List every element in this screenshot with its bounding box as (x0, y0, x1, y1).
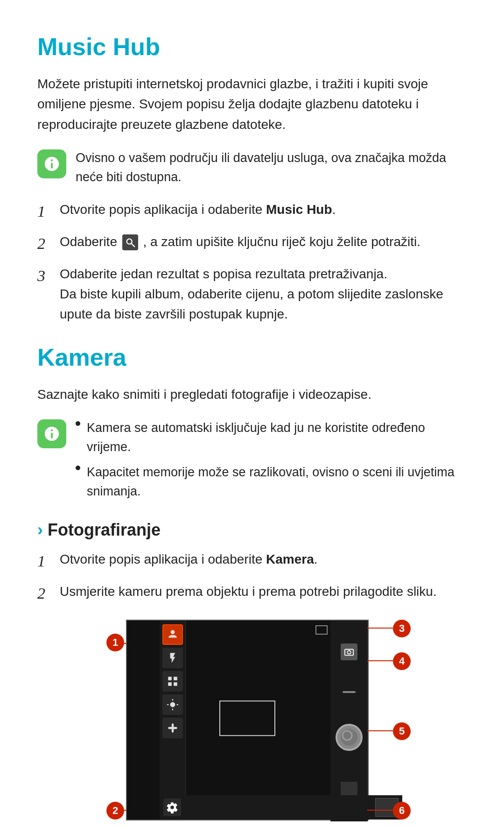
step-text-3: Odaberite jedan rezultat s popisa rezult… (60, 264, 467, 325)
line-1 (124, 643, 127, 644)
cam-icon-sun (162, 694, 183, 715)
step-3: 3 Odaberite jedan rezultat s popisa rezu… (37, 264, 467, 325)
svg-rect-6 (174, 683, 177, 686)
camera-top-icons (315, 625, 328, 635)
kamera-step-text-1: Otvorite popis aplikacija i odaberite Ka… (60, 549, 467, 569)
kamera-note-box: Kamera se automatski isključuje kad ju n… (37, 418, 467, 507)
kamera-step-number-2: 2 (37, 581, 52, 606)
svg-rect-3 (168, 677, 172, 681)
kamera-step-text-2: Usmjerite kameru prema objektu i prema p… (60, 581, 467, 601)
svg-rect-13 (171, 724, 173, 733)
camera-viewfinder (219, 701, 275, 736)
cam-top-icon-1 (315, 625, 328, 635)
note-icon-1 (37, 149, 66, 178)
step-text-1: Otvorite popis aplikacija i odaberite Mu… (60, 199, 467, 219)
kamera-steps: 1 Otvorite popis aplikacija i odaberite … (37, 549, 467, 606)
kamera-step-number-1: 1 (37, 549, 52, 574)
camera-right-bar (330, 621, 368, 821)
badge-1: 1 (106, 634, 124, 651)
music-hub-title: Music Hub (37, 33, 467, 61)
step-text-2: Odaberite , a zatim upišite ključnu rije… (60, 232, 467, 252)
effects-svg (167, 722, 179, 734)
line-6 (367, 810, 393, 811)
kamera-intro: Saznajte kako snimiti i pregledati fotog… (37, 384, 467, 404)
settings-gear-icon (166, 801, 178, 813)
kamera-notes-list: Kamera se automatski isključuje kad ju n… (76, 418, 467, 507)
camera-lens-icon (341, 729, 354, 742)
camera-left-bar (160, 621, 186, 798)
camera-shutter-button[interactable] (336, 724, 363, 751)
svg-rect-5 (168, 683, 172, 686)
step-number-3: 3 (37, 264, 52, 289)
kamera-note-1: Kamera se automatski isključuje kad ju n… (76, 418, 467, 456)
note-icon-2 (37, 419, 66, 448)
kamera-note-2: Kapacitet memorije može se razlikovati, … (76, 463, 467, 501)
step-1: 1 Otvorite popis aplikacija i odaberite … (37, 199, 467, 224)
bullet-dot-2 (76, 466, 80, 470)
badge-3: 3 (393, 620, 411, 637)
search-icon-inline (122, 234, 138, 250)
badge-6: 6 (393, 802, 411, 820)
fotografiranje-subsection-title: › Fotografiranje (37, 520, 467, 540)
camera-settings-icon (163, 799, 181, 816)
kamera-note-text-2: Kapacitet memorije može se razlikovati, … (87, 463, 467, 501)
badge-5: 5 (393, 722, 411, 740)
shutter-inner (341, 729, 357, 746)
music-hub-note-text: Ovisno o vašem području ili davatelju us… (76, 148, 467, 186)
cam-divider (343, 691, 356, 693)
line-4 (367, 660, 393, 661)
cam-icon-person (162, 624, 183, 645)
svg-point-15 (347, 651, 350, 654)
music-hub-steps: 1 Otvorite popis aplikacija i odaberite … (37, 199, 467, 325)
step-number-1: 1 (37, 199, 52, 224)
bullet-dot-1 (76, 421, 80, 426)
kamera-step-1: 1 Otvorite popis aplikacija i odaberite … (37, 549, 467, 574)
flash-svg (167, 652, 179, 664)
music-hub-intro: Možete pristupiti internetskoj prodavnic… (37, 74, 467, 134)
camera-screen (126, 620, 369, 820)
svg-point-7 (170, 702, 175, 707)
svg-point-2 (170, 630, 175, 635)
camera-bottom-bar (160, 795, 402, 820)
info-icon-1 (43, 155, 61, 173)
svg-rect-4 (174, 677, 177, 681)
info-icon-2 (43, 425, 61, 443)
cam-icon-effects (162, 718, 183, 738)
grid-svg (167, 675, 179, 687)
music-hub-note-box: Ovisno o vašem području ili davatelju us… (37, 148, 467, 186)
search-svg (125, 237, 135, 247)
line-3 (367, 628, 393, 629)
cam-icon-flash (162, 648, 183, 668)
kamera-title: Kamera (37, 343, 467, 371)
person-svg (167, 629, 179, 641)
fotografiranje-label: Fotografiranje (48, 520, 161, 540)
cam-icon-grid (162, 671, 183, 692)
step-number-2: 2 (37, 232, 52, 256)
cam-photo-icon (344, 647, 354, 657)
camera-mockup: 1 2 3 4 5 6 (93, 620, 411, 827)
badge-2: 2 (106, 802, 124, 820)
chevron-icon: › (37, 520, 43, 540)
svg-line-1 (132, 244, 134, 247)
line-2 (124, 810, 127, 811)
badge-4: 4 (393, 652, 411, 670)
cam-right-icon-top (341, 643, 357, 660)
sun-svg (167, 699, 179, 711)
line-5 (367, 730, 393, 731)
camera-mockup-wrapper: 1 2 3 4 5 6 (37, 620, 467, 827)
step-2: 2 Odaberite , a zatim upišite ključnu ri… (37, 232, 467, 256)
kamera-step-2: 2 Usmjerite kameru prema objektu i prema… (37, 581, 467, 606)
kamera-note-text-1: Kamera se automatski isključuje kad ju n… (87, 418, 467, 456)
